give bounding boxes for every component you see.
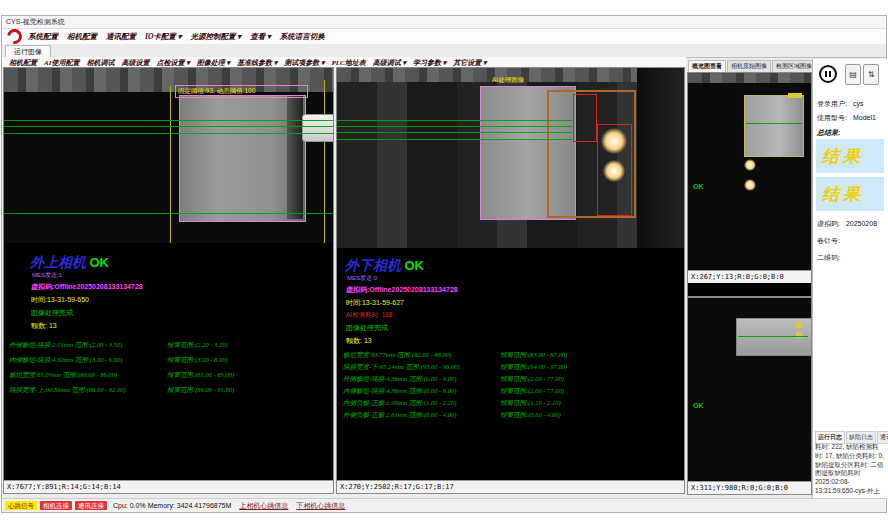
measure-line xyxy=(746,123,802,124)
tool-image-process[interactable]: 图像处理 ▾ xyxy=(197,58,230,68)
reflection-glow xyxy=(601,128,627,154)
lower-camera-heartbeat-link[interactable]: 下相机心跳信息 xyxy=(296,501,345,511)
menu-language-switch[interactable]: 系统语言切换 xyxy=(280,32,325,42)
alarm-range: 报警范围:(2.00 - 77.00) xyxy=(500,387,564,396)
alarm-range: 报警范围:(83.00 - 87.00) xyxy=(500,351,567,360)
aux-tab-detect-region[interactable]: 检测区域图像 xyxy=(772,60,816,72)
pause-button[interactable] xyxy=(819,65,837,83)
menu-light-config[interactable]: 光源控制配置 ▾ xyxy=(190,32,241,42)
aux-tab-strip: 概览图查看 相机原始图像 检测区域图像 xyxy=(687,59,812,73)
tool-spot-check[interactable]: 点检设置 ▾ xyxy=(156,58,189,68)
menu-system-config[interactable]: 系统配置 xyxy=(28,32,58,42)
measurement-value: 内侧负极-正极:1.90mm 范围:(1.00 - 2.20) xyxy=(343,399,456,408)
yellow-guide-line xyxy=(170,86,171,243)
measurement-row: 极组宽度:83.05mm 范围:(80.00 - 86.00) 报警范围:(81… xyxy=(4,371,333,383)
virtual-code-label: 虚拟码: xyxy=(817,220,840,227)
screen: CYS-视觉检测系统 系统配置 相机配置 通讯配置 IO卡配置 ▾ 光源控制配置… xyxy=(0,0,888,522)
alarm-range: 报警范围:(3.00 - 8.00) xyxy=(167,356,228,365)
small-view1-status: OK xyxy=(693,183,704,190)
left-camera-title: 外上相机 OK xyxy=(30,254,109,272)
tool-advanced-settings[interactable]: 高级设置 xyxy=(121,58,149,68)
measurement-row: 外侧负极-正极:2.61mm 范围:(0.60 - 4.00) 报警范围:(0.… xyxy=(337,411,684,423)
virtual-code-row: 虚拟码: 20250208 xyxy=(817,219,877,229)
left-camera-image[interactable]: 固定阈值:93, 动态阈值:100 xyxy=(4,68,333,243)
model-value: Model1 xyxy=(853,114,876,121)
measure-line xyxy=(337,120,572,121)
measurement-row: 内侧极组-隔膜:4.38mm 范围:(0.00 - 9.00) 报警范围:(2.… xyxy=(337,387,684,399)
measurement-value: 隔膜宽度-上:90.56mm 范围:(88.00 - 92.00) xyxy=(9,386,126,395)
tool-baseline-params[interactable]: 基准线参数 ▾ xyxy=(237,58,277,68)
tool-ai-config[interactable]: AI使用配置 xyxy=(44,58,79,68)
small-view2-status: OK xyxy=(693,402,704,409)
result-ok: OK xyxy=(405,258,425,273)
tool-camera-config[interactable]: 相机配置 xyxy=(9,58,37,68)
alarm-range: 报警范围:(94.00 - 97.00) xyxy=(500,363,567,372)
measurement-value: 极组宽度:83.05mm 范围:(80.00 - 86.00) xyxy=(9,371,117,380)
measurement-row: 隔膜宽度-下:95.24mm 范围:(93.00 - 98.00) 报警范围:(… xyxy=(337,363,684,375)
measurement-row: 外侧极组-隔膜:2.91mm 范围:(2.00 - 3.50) 报警范围:(2.… xyxy=(4,341,333,353)
measure-line xyxy=(4,213,333,214)
alarm-range: 报警范围:(0.60 - 4.00) xyxy=(500,411,561,420)
left-pixel-coords: X:7677;Y:891;R:14;G:14;B:14 xyxy=(4,480,333,493)
yellow-mark xyxy=(788,93,802,98)
menu-camera-config[interactable]: 相机配置 xyxy=(67,32,97,42)
middle-result-text: 外下相机 OK MES发送:0 虚拟码:Offline2025020813313… xyxy=(337,248,684,480)
camera-connect-badge: 相机连接 xyxy=(40,501,72,510)
pause-icon xyxy=(829,71,831,77)
reflection-glow xyxy=(744,179,756,191)
model-label: 使用型号: xyxy=(817,114,847,121)
measurement-value: 内侧极组-隔膜:4.38mm 范围:(0.00 - 9.00) xyxy=(343,387,456,396)
aux-tab-overview[interactable]: 概览图查看 xyxy=(688,60,726,72)
alarm-range: 报警范围:(89.00 - 91.00) xyxy=(167,386,234,395)
tab-strip: 运行图像 xyxy=(2,44,886,58)
result-text-2: 结果 xyxy=(822,183,864,206)
tool-camera-debug[interactable]: 相机调试 xyxy=(86,58,114,68)
menu-io-config[interactable]: IO卡配置 ▾ xyxy=(145,32,181,42)
menu-bar: 系统配置 相机配置 通讯配置 IO卡配置 ▾ 光源控制配置 ▾ 查看 ▾ 系统语… xyxy=(2,29,886,45)
login-user-row: 登录用户: cys xyxy=(817,99,863,109)
ai-overlay-text: AI处理图像 xyxy=(492,76,524,85)
measurement-row: 内侧负极-正极:1.90mm 范围:(1.00 - 2.20) 报警范围:(1.… xyxy=(337,399,684,411)
tool-test-params[interactable]: 测试项参数 ▾ xyxy=(284,58,324,68)
small-view2-image[interactable]: OK xyxy=(688,298,811,481)
tool-button-1[interactable]: ▤ xyxy=(845,64,861,85)
result-ok: OK xyxy=(90,255,110,270)
menu-comm-config[interactable]: 通讯配置 xyxy=(106,32,136,42)
result-text-1: 结果 xyxy=(822,145,864,168)
aux-tab-raw-image[interactable]: 相机原始图像 xyxy=(727,60,771,72)
small-camera-view-2: OK X:311;Y:980;R:0;G:0;B:0 xyxy=(687,297,812,495)
menu-view[interactable]: 查看 ▾ xyxy=(250,32,271,42)
measure-line xyxy=(337,132,572,133)
tool-advanced-debug[interactable]: 高级调试 ▾ xyxy=(373,58,406,68)
tool-button-2[interactable]: ⇅ xyxy=(863,64,879,85)
tool-plc-address[interactable]: PLC地址表 xyxy=(331,58,365,68)
process-status: 图像处理完成 xyxy=(346,323,388,333)
barcode-text: 虚拟码:Offline20250208133134728 xyxy=(346,285,458,295)
measurement-value: 外侧极组-隔膜:2.91mm 范围:(2.00 - 3.50) xyxy=(9,341,122,350)
pause-icon xyxy=(825,71,827,77)
measure-line xyxy=(4,126,333,127)
measurement-value: 极组宽度:83.77mm 范围:(82.00 - 88.00) xyxy=(343,351,451,360)
upper-camera-heartbeat-link[interactable]: 上相机心跳信息 xyxy=(239,501,288,511)
dark-column xyxy=(637,68,684,248)
reflection-glow xyxy=(744,159,756,171)
yellow-mark xyxy=(796,332,802,338)
barcode-text: 虚拟码:Offline20250208133134728 xyxy=(31,282,143,292)
measurement-row: 极组宽度:83.77mm 范围:(82.00 - 88.00) 报警范围:(83… xyxy=(337,351,684,363)
tool-learn-params[interactable]: 学习参数 ▾ xyxy=(413,58,446,68)
measurement-row: 隔膜宽度-上:90.56mm 范围:(88.00 - 92.00) 报警范围:(… xyxy=(4,386,333,398)
battery-thumb xyxy=(744,95,804,157)
alarm-range: 报警范围:(2.20 - 3.20) xyxy=(167,341,228,350)
count-text: 颗数: 13 xyxy=(346,336,372,346)
count-text: 颗数: 13 xyxy=(31,321,57,331)
app-window: CYS-视觉检测系统 系统配置 相机配置 通讯配置 IO卡配置 ▾ 光源控制配置… xyxy=(1,15,887,513)
defect-box xyxy=(573,94,597,142)
time-text: 时间:13-31-59-650 xyxy=(31,295,89,305)
login-user-value: cys xyxy=(853,100,864,107)
small-view1-image[interactable]: OK xyxy=(688,73,811,270)
measure-line xyxy=(738,336,808,337)
model-row: 使用型号: Model1 xyxy=(817,113,876,123)
middle-camera-image[interactable]: AI处理图像 xyxy=(337,68,684,248)
tool-other-settings[interactable]: 其它设置 ▾ xyxy=(453,58,486,68)
total-result-label: 总结果: xyxy=(817,128,840,138)
